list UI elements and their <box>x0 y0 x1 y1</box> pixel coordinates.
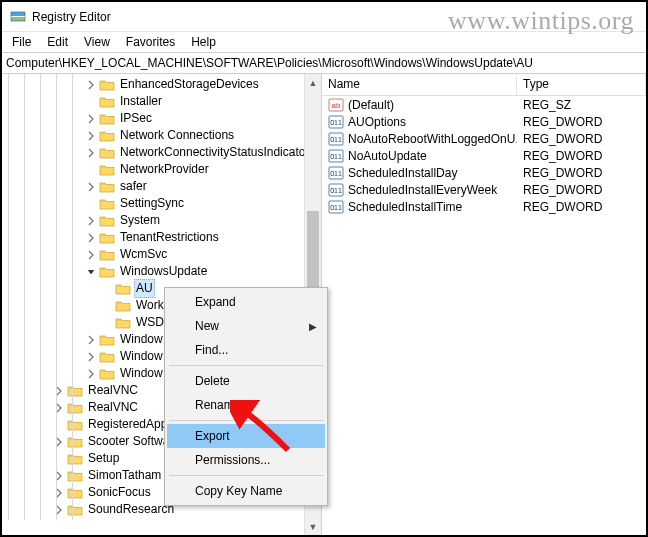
context-menu-item[interactable]: Rename <box>167 393 325 417</box>
tree-node[interactable]: System <box>4 212 321 229</box>
tree-node-label: Setup <box>86 450 121 467</box>
context-menu-label: Rename <box>195 398 240 412</box>
tree-node[interactable]: NetworkConnectivityStatusIndicator <box>4 144 321 161</box>
value-type: REG_DWORD <box>517 200 646 214</box>
scroll-up-button[interactable]: ▲ <box>305 74 321 91</box>
tree-toggle-icon[interactable] <box>84 248 98 262</box>
tree-node[interactable]: EnhancedStorageDevices <box>4 76 321 93</box>
context-menu-item[interactable]: Export <box>167 424 325 448</box>
tree-node[interactable]: safer <box>4 178 321 195</box>
value-row[interactable]: 011ScheduledInstallDayREG_DWORD <box>322 164 646 181</box>
value-type: REG_DWORD <box>517 149 646 163</box>
context-menu-item[interactable]: Permissions... <box>167 448 325 472</box>
column-header-name[interactable]: Name <box>322 74 517 95</box>
tree-toggle-icon[interactable] <box>52 384 66 398</box>
svg-text:ab: ab <box>332 101 341 110</box>
value-row[interactable]: 011ScheduledInstallEveryWeekREG_DWORD <box>322 181 646 198</box>
tree-toggle-icon[interactable] <box>84 367 98 381</box>
menu-view[interactable]: View <box>76 33 118 51</box>
tree-toggle-icon[interactable] <box>84 333 98 347</box>
tree-toggle-icon[interactable] <box>84 265 98 279</box>
value-row[interactable]: 011AUOptionsREG_DWORD <box>322 113 646 130</box>
tree-node[interactable]: NetworkProvider <box>4 161 321 178</box>
value-type: REG_SZ <box>517 98 646 112</box>
tree-toggle-icon[interactable] <box>84 112 98 126</box>
context-menu-item[interactable]: Copy Key Name <box>167 479 325 503</box>
folder-icon <box>115 282 131 296</box>
tree-node-label: EnhancedStorageDevices <box>118 76 261 93</box>
tree-node-label: RealVNC <box>86 382 140 399</box>
tree-toggle-icon[interactable] <box>84 214 98 228</box>
tree-node-label: AU <box>134 279 155 298</box>
folder-icon <box>67 435 83 449</box>
value-type: REG_DWORD <box>517 132 646 146</box>
tree-toggle-icon[interactable] <box>84 231 98 245</box>
value-row[interactable]: 011NoAutoRebootWithLoggedOnU...REG_DWORD <box>322 130 646 147</box>
context-menu-item[interactable]: Expand <box>167 290 325 314</box>
folder-icon <box>99 95 115 109</box>
svg-rect-1 <box>11 17 25 21</box>
tree-node[interactable]: IPSec <box>4 110 321 127</box>
tree-node[interactable]: SettingSync <box>4 195 321 212</box>
tree-toggle-icon[interactable] <box>52 401 66 415</box>
context-menu-item[interactable]: Delete <box>167 369 325 393</box>
svg-text:011: 011 <box>330 119 342 126</box>
tree-toggle-icon[interactable] <box>52 503 66 517</box>
value-type-icon: 011 <box>328 132 344 146</box>
context-menu-label: Delete <box>195 374 230 388</box>
tree-toggle-icon[interactable] <box>84 129 98 143</box>
tree-toggle-icon[interactable] <box>52 486 66 500</box>
tree-node-label: Window <box>118 348 165 365</box>
value-type: REG_DWORD <box>517 166 646 180</box>
tree-node-label: RealVNC <box>86 399 140 416</box>
tree-node-label: Window <box>118 365 165 382</box>
folder-icon <box>99 248 115 262</box>
values-header: Name Type <box>322 74 646 96</box>
tree-toggle-icon[interactable] <box>84 78 98 92</box>
tree-node[interactable]: TenantRestrictions <box>4 229 321 246</box>
folder-icon <box>67 452 83 466</box>
value-type: REG_DWORD <box>517 115 646 129</box>
folder-icon <box>99 129 115 143</box>
scroll-down-button[interactable]: ▼ <box>305 518 321 535</box>
menu-help[interactable]: Help <box>183 33 224 51</box>
context-menu[interactable]: ExpandNew▶Find...DeleteRenameExportPermi… <box>164 287 328 506</box>
tree-toggle-icon[interactable] <box>84 146 98 160</box>
tree-node-label: WcmSvc <box>118 246 169 263</box>
tree-node[interactable]: Network Connections <box>4 127 321 144</box>
value-row[interactable]: 011NoAutoUpdateREG_DWORD <box>322 147 646 164</box>
menu-favorites[interactable]: Favorites <box>118 33 183 51</box>
tree-node[interactable]: WindowsUpdate <box>4 263 321 280</box>
context-menu-label: Find... <box>195 343 228 357</box>
tree-node[interactable]: Installer <box>4 93 321 110</box>
menu-separator <box>169 420 323 421</box>
tree-toggle-icon[interactable] <box>84 350 98 364</box>
column-header-type[interactable]: Type <box>517 74 646 95</box>
value-name: ScheduledInstallEveryWeek <box>348 183 497 197</box>
tree-toggle-icon[interactable] <box>52 435 66 449</box>
context-menu-item[interactable]: New▶ <box>167 314 325 338</box>
folder-icon <box>115 316 131 330</box>
value-row[interactable]: 011ScheduledInstallTimeREG_DWORD <box>322 198 646 215</box>
folder-icon <box>99 197 115 211</box>
menu-file[interactable]: File <box>4 33 39 51</box>
titlebar[interactable]: Registry Editor <box>2 2 646 32</box>
folder-icon <box>99 163 115 177</box>
tree-toggle-icon[interactable] <box>84 180 98 194</box>
folder-icon <box>67 384 83 398</box>
tree-node-label: SoundResearch <box>86 501 176 518</box>
address-input[interactable] <box>2 54 646 72</box>
value-name: ScheduledInstallDay <box>348 166 457 180</box>
menu-edit[interactable]: Edit <box>39 33 76 51</box>
menu-separator <box>169 475 323 476</box>
context-menu-item[interactable]: Find... <box>167 338 325 362</box>
value-row[interactable]: ab(Default)REG_SZ <box>322 96 646 113</box>
window-title: Registry Editor <box>32 10 111 24</box>
context-menu-label: New <box>195 319 219 333</box>
tree-node-label: System <box>118 212 162 229</box>
folder-icon <box>99 180 115 194</box>
menubar: File Edit View Favorites Help <box>2 32 646 52</box>
tree-node[interactable]: WcmSvc <box>4 246 321 263</box>
tree-toggle-icon[interactable] <box>52 469 66 483</box>
value-type-icon: 011 <box>328 166 344 180</box>
